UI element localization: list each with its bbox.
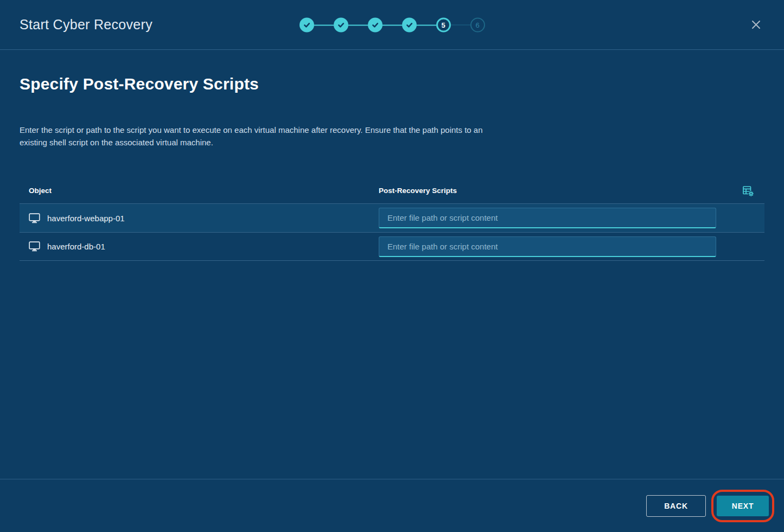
close-icon <box>751 20 761 29</box>
monitor-icon <box>29 241 40 252</box>
post-recovery-scripts-table: Object Post-Recovery Scripts <box>20 178 764 261</box>
object-cell: haverford-webapp-01 <box>20 213 379 223</box>
step-6-upcoming: 6 <box>470 18 485 33</box>
step-2-complete[interactable] <box>334 18 348 33</box>
step-connector <box>348 24 368 25</box>
table-row: haverford-webapp-01 <box>20 203 764 232</box>
step-3-complete[interactable] <box>368 18 383 33</box>
step-1-complete[interactable] <box>299 18 314 33</box>
check-icon <box>371 21 379 29</box>
check-icon <box>337 21 345 29</box>
column-header-object: Object <box>20 187 379 195</box>
table-settings-icon[interactable] <box>742 185 754 197</box>
monitor-icon <box>29 213 40 223</box>
step-5-current[interactable]: 5 <box>436 18 451 33</box>
dialog-title: Start Cyber Recovery <box>20 17 152 33</box>
dialog-body: Specify Post-Recovery Scripts Enter the … <box>0 75 784 261</box>
page-title: Specify Post-Recovery Scripts <box>20 75 764 93</box>
wizard-stepper: 5 6 <box>299 18 485 33</box>
close-button[interactable] <box>748 17 763 33</box>
check-icon <box>303 21 311 29</box>
table-row: haverford-db-01 <box>20 232 764 261</box>
column-header-scripts: Post-Recovery Scripts <box>379 187 716 195</box>
step-connector <box>451 25 470 25</box>
check-icon <box>405 21 413 29</box>
cyber-recovery-wizard-dialog: Start Cyber Recovery <box>0 0 784 532</box>
dialog-footer: BACK NEXT <box>0 479 784 532</box>
object-cell: haverford-db-01 <box>20 241 379 252</box>
page-description: Enter the script or path to the script y… <box>20 124 511 149</box>
step-connector <box>383 24 402 25</box>
script-input-haverford-webapp-01[interactable] <box>379 208 716 228</box>
step-4-complete[interactable] <box>402 18 417 33</box>
next-button[interactable]: NEXT <box>717 496 769 516</box>
back-button[interactable]: BACK <box>646 495 706 517</box>
step-number: 6 <box>475 21 479 29</box>
object-name: haverford-db-01 <box>47 242 105 251</box>
dialog-header: Start Cyber Recovery <box>0 0 784 50</box>
script-input-haverford-db-01[interactable] <box>379 236 716 257</box>
object-name: haverford-webapp-01 <box>47 214 125 223</box>
table-header-row: Object Post-Recovery Scripts <box>20 178 764 203</box>
step-connector <box>314 24 334 25</box>
step-connector <box>417 24 436 25</box>
step-number: 5 <box>441 21 445 29</box>
